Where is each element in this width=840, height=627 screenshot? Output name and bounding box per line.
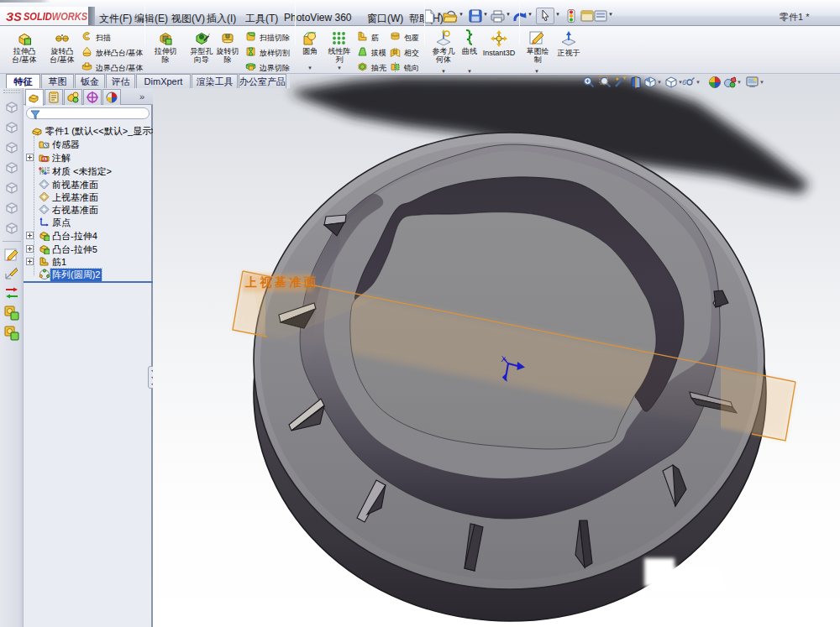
svg-text:上视基准面: 上视基准面	[244, 275, 319, 289]
svg-text:6: 6	[682, 78, 686, 86]
svg-text:A: A	[43, 157, 46, 162]
